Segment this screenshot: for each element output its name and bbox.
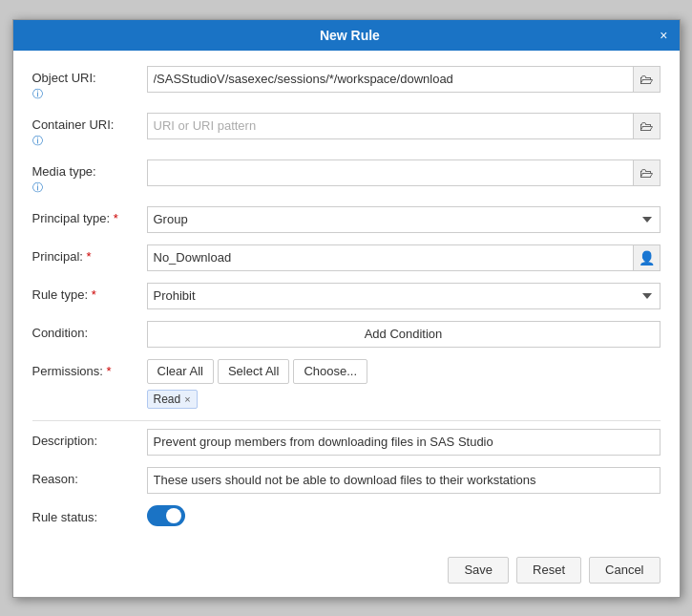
description-control xyxy=(147,429,661,456)
object-uri-label: Object URI: ⓘ xyxy=(32,66,147,101)
rule-status-row: Rule status: xyxy=(32,505,661,526)
principal-type-select[interactable]: Group User AuthenticatedUsers Everyone xyxy=(147,206,661,233)
object-uri-control: 🗁 xyxy=(147,66,661,93)
container-uri-browse-button[interactable]: 🗁 xyxy=(634,113,661,139)
choose-button[interactable]: Choose... xyxy=(293,359,367,384)
condition-control: Add Condition xyxy=(147,321,661,348)
description-input[interactable] xyxy=(147,429,661,456)
permissions-row: Permissions: * Clear All Select All Choo… xyxy=(32,359,661,409)
permissions-control: Clear All Select All Choose... Read × xyxy=(147,359,661,409)
media-type-info-icon: ⓘ xyxy=(32,181,147,195)
principal-type-label: Principal type: * xyxy=(32,206,147,225)
reason-row: Reason: xyxy=(32,467,661,494)
new-rule-dialog: New Rule × Object URI: ⓘ 🗁 Container URI… xyxy=(12,19,681,598)
cancel-button[interactable]: Cancel xyxy=(589,557,660,584)
media-type-control: 🗁 xyxy=(147,159,661,186)
dialog-titlebar: New Rule × xyxy=(13,20,680,51)
principal-label: Principal: * xyxy=(32,244,147,264)
divider xyxy=(32,420,661,421)
object-uri-row: Object URI: ⓘ 🗁 xyxy=(32,66,661,101)
object-uri-info-icon: ⓘ xyxy=(32,87,147,101)
permission-tag-read-remove[interactable]: × xyxy=(184,393,190,405)
description-label: Description: xyxy=(32,429,147,448)
save-button[interactable]: Save xyxy=(448,557,509,584)
reset-button[interactable]: Reset xyxy=(516,557,581,584)
permissions-label: Permissions: * xyxy=(32,359,147,378)
toggle-track xyxy=(147,505,185,526)
permission-tag-read-label: Read xyxy=(154,393,181,406)
add-condition-button[interactable]: Add Condition xyxy=(147,321,661,348)
toggle-thumb xyxy=(166,508,181,523)
rule-status-label: Rule status: xyxy=(32,505,147,524)
principal-person-button[interactable]: 👤 xyxy=(634,244,661,271)
rule-type-label: Rule type: * xyxy=(32,283,147,302)
select-all-button[interactable]: Select All xyxy=(218,359,289,384)
container-uri-row: Container URI: ⓘ 🗁 xyxy=(32,113,661,148)
rule-status-control xyxy=(147,505,185,526)
condition-label: Condition: xyxy=(32,321,147,340)
dialog-body: Object URI: ⓘ 🗁 Container URI: ⓘ 🗁 Media… xyxy=(13,51,680,547)
permissions-tags: Read × xyxy=(147,390,661,409)
rule-type-control: Prohibit Grant xyxy=(147,283,661,309)
container-uri-label: Container URI: ⓘ xyxy=(32,113,147,148)
reason-control xyxy=(147,467,661,494)
rule-type-select[interactable]: Prohibit Grant xyxy=(147,283,661,309)
reason-input[interactable] xyxy=(147,467,661,494)
media-type-row: Media type: ⓘ 🗁 xyxy=(32,159,661,195)
object-uri-input[interactable] xyxy=(147,66,634,93)
rule-status-toggle[interactable] xyxy=(147,505,185,526)
object-uri-browse-button[interactable]: 🗁 xyxy=(634,66,661,93)
media-type-input[interactable] xyxy=(147,159,634,186)
clear-all-button[interactable]: Clear All xyxy=(147,359,214,384)
dialog-title: New Rule xyxy=(42,28,659,43)
permissions-buttons: Clear All Select All Choose... xyxy=(147,359,661,384)
principal-type-control: Group User AuthenticatedUsers Everyone xyxy=(147,206,661,233)
media-type-label: Media type: ⓘ xyxy=(32,159,147,195)
principal-type-row: Principal type: * Group User Authenticat… xyxy=(32,206,661,233)
principal-row: Principal: * 👤 xyxy=(32,244,661,271)
media-type-browse-button[interactable]: 🗁 xyxy=(634,159,661,186)
close-button[interactable]: × xyxy=(658,29,669,42)
reason-label: Reason: xyxy=(32,467,147,486)
container-uri-input[interactable] xyxy=(147,113,634,139)
rule-type-row: Rule type: * Prohibit Grant xyxy=(32,283,661,309)
container-uri-control: 🗁 xyxy=(147,113,661,139)
condition-row: Condition: Add Condition xyxy=(32,321,661,348)
description-row: Description: xyxy=(32,429,661,456)
container-uri-info-icon: ⓘ xyxy=(32,134,147,148)
dialog-footer: Save Reset Cancel xyxy=(13,547,680,597)
permission-tag-read: Read × xyxy=(147,390,198,409)
principal-input[interactable] xyxy=(147,244,634,271)
principal-control: 👤 xyxy=(147,244,661,271)
